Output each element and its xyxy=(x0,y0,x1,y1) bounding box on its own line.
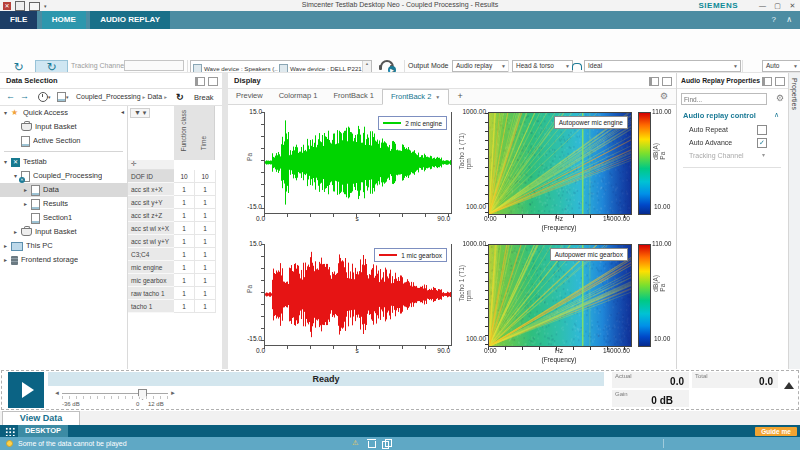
save-icon[interactable] xyxy=(15,1,25,11)
output-mode-select[interactable]: Audio replay▼ xyxy=(452,60,509,72)
customize-toolbar-caret-icon[interactable]: ▾ xyxy=(44,3,47,9)
warning-icon[interactable]: ⚠ xyxy=(352,439,358,447)
table-row[interactable]: raw tacho 111 xyxy=(128,287,216,300)
checkbox-checked[interactable]: ✓ xyxy=(757,138,767,148)
tree-item-data[interactable]: ▸Data xyxy=(0,183,127,197)
tree-item-testlab[interactable]: ▾✕Testlab xyxy=(0,155,127,169)
chevron-down-icon[interactable]: ▾ xyxy=(4,106,11,120)
chevron-down-icon[interactable]: ▼ xyxy=(431,94,440,100)
chevron-right-icon[interactable]: ▸ xyxy=(4,239,11,253)
tree-item-this-pc[interactable]: ▸This PC xyxy=(0,239,127,253)
tree-item-coupled-processing[interactable]: ▾Coupled_Processing xyxy=(0,169,127,183)
tab-audio-replay[interactable]: AUDIO REPLAY xyxy=(90,11,170,29)
table-row[interactable]: mic engine11 xyxy=(128,261,216,274)
desktop-tab[interactable]: DESKTOP xyxy=(18,425,68,437)
chevron-down-icon[interactable]: ▾ xyxy=(762,149,765,162)
filter-icon[interactable]: ▼ ▾ xyxy=(130,108,150,118)
dock-panel-icon[interactable] xyxy=(195,77,205,86)
table-row[interactable]: acc st wl x+X11 xyxy=(128,222,216,235)
property-auto-repeat[interactable]: Auto Repeat xyxy=(681,123,793,136)
copy-message-icon[interactable] xyxy=(382,441,389,449)
chevron-right-icon[interactable]: ▸ xyxy=(14,225,21,239)
display-tab-frontback-2[interactable]: FrontBack 2▼ xyxy=(382,89,449,105)
history-caret-icon[interactable]: ▾ xyxy=(48,94,51,100)
properties-gear-icon[interactable]: ⚙ xyxy=(776,93,784,103)
display-tab-colormap-1[interactable]: Colormap 1 xyxy=(271,89,326,103)
table-row[interactable]: C3;C411 xyxy=(128,248,216,261)
active-section-icon[interactable] xyxy=(57,92,66,102)
display-tab-frontback-1[interactable]: FrontBack 1 xyxy=(325,89,381,103)
history-icon[interactable] xyxy=(38,92,48,102)
tree-item-section1[interactable]: Section1 xyxy=(0,211,127,225)
tab-home[interactable]: HOME xyxy=(42,11,86,29)
column-header-function-class[interactable]: Function class xyxy=(174,106,195,160)
apps-grid-icon[interactable] xyxy=(5,427,15,436)
output-mode-label: Output Mode xyxy=(408,62,448,69)
chevron-right-icon[interactable]: ▸ xyxy=(4,253,11,267)
table-row[interactable]: acc sit y+Y11 xyxy=(128,196,216,209)
forward-icon[interactable]: → xyxy=(20,91,29,101)
tree-item-frontend-storage[interactable]: ▸Frontend storage xyxy=(0,253,127,267)
tree-item-active-section[interactable]: Active Section xyxy=(0,134,127,148)
collapse-section-icon[interactable]: ∧ xyxy=(774,111,779,119)
chevron-right-icon[interactable]: ▸ xyxy=(24,183,31,197)
section-audio-replay-control[interactable]: Audio replay control xyxy=(683,111,756,120)
table-row[interactable]: acc sit x+X11 xyxy=(128,183,216,196)
slider-track[interactable] xyxy=(62,393,168,394)
tree-item-results[interactable]: ▸Results xyxy=(0,197,127,211)
tab-file[interactable]: FILE xyxy=(0,11,37,29)
dock-panel-icon[interactable] xyxy=(762,77,772,86)
breadcrumb[interactable]: Coupled_Processing▸Data▸ xyxy=(76,93,169,100)
minimize-button[interactable]: — xyxy=(755,0,770,11)
tree-item-input-basket[interactable]: Input Basket xyxy=(0,120,127,134)
close-button[interactable]: ✕ xyxy=(785,0,800,11)
equalization-profile-select[interactable]: Ideal▼ xyxy=(584,60,741,72)
maximize-button[interactable]: ▢ xyxy=(770,0,785,11)
property-tracking-channel[interactable]: Tracking Channel▾ xyxy=(681,149,793,162)
help-icon[interactable]: ? xyxy=(772,11,776,29)
chevron-down-icon[interactable]: ▾ xyxy=(4,155,11,169)
add-display-tab-button[interactable]: + xyxy=(451,89,468,103)
collapse-ribbon-icon[interactable]: ∧ xyxy=(786,11,792,29)
break-button[interactable]: Break xyxy=(194,93,214,102)
guide-me-button[interactable]: Guide me xyxy=(755,427,797,436)
display-tab-preview[interactable]: Preview xyxy=(228,89,271,103)
refresh-icon[interactable]: ↻ xyxy=(176,92,184,102)
tree-item-input-basket[interactable]: ▸Input Basket xyxy=(0,225,127,239)
properties-side-tab[interactable]: Properties xyxy=(788,73,800,369)
table-row[interactable]: acc sit z+Z11 xyxy=(128,209,216,222)
table-row[interactable]: tacho 111 xyxy=(128,300,216,313)
range-mode-select[interactable]: Auto▼ xyxy=(762,60,800,72)
add-row-button[interactable]: ✛ xyxy=(128,160,174,170)
dock-panel-icon[interactable] xyxy=(649,77,659,86)
chevron-right-icon[interactable]: ▸ xyxy=(24,197,31,211)
waveform-plot-gearbox[interactable]: 1 mic gearbox xyxy=(264,244,452,346)
table-header-row[interactable]: DOF ID1010 xyxy=(128,170,216,183)
tracking-channel-input[interactable] xyxy=(124,60,184,71)
slider-decrease-icon[interactable]: ◄ xyxy=(54,390,60,396)
expand-replay-panel-icon[interactable] xyxy=(784,382,794,389)
checkbox[interactable] xyxy=(757,125,767,135)
back-icon[interactable]: ← xyxy=(6,91,15,101)
float-panel-icon[interactable] xyxy=(208,77,218,86)
collapse-tree-icon[interactable]: ◂ xyxy=(121,108,124,115)
equalization-device-select[interactable]: Head & torso▼ xyxy=(512,60,573,72)
tab-view-data[interactable]: View Data xyxy=(2,411,80,425)
tree-item-quick-access[interactable]: ▾★Quick Access xyxy=(0,106,127,120)
colormap-gearbox[interactable]: Autopower mic gearbox xyxy=(488,244,632,347)
colormap-engine[interactable]: Autopower mic engine xyxy=(488,112,632,215)
table-row[interactable]: mic gearbox11 xyxy=(128,274,216,287)
clear-messages-icon[interactable] xyxy=(368,441,376,448)
property-auto-advance[interactable]: Auto Advance✓ xyxy=(681,136,793,149)
float-panel-icon[interactable] xyxy=(775,77,785,86)
column-header-time[interactable]: Time xyxy=(194,106,215,160)
slider-increase-icon[interactable]: ► xyxy=(170,390,176,396)
waveform-plot-engine[interactable]: 2 mic engine xyxy=(264,112,452,214)
float-panel-icon[interactable] xyxy=(662,77,672,86)
table-row[interactable]: acc st wl y+Y11 xyxy=(128,235,216,248)
display-settings-gear-icon[interactable]: ⚙ xyxy=(660,91,668,101)
print-icon[interactable] xyxy=(29,2,40,11)
section-caret-icon[interactable]: ▾ xyxy=(66,94,69,100)
find-input[interactable] xyxy=(681,93,767,105)
play-button[interactable] xyxy=(8,372,44,408)
